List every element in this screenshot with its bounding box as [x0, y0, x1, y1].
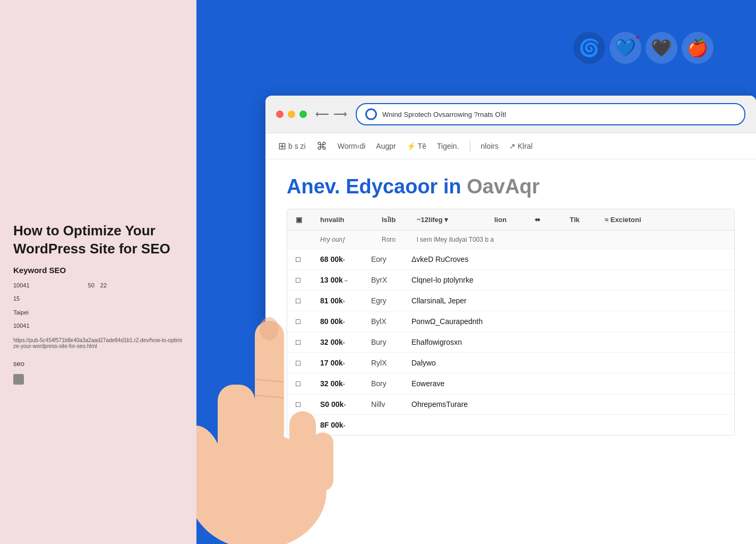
th-exc[interactable]: ≈ Excietoni	[605, 216, 726, 224]
toolbar-item-1[interactable]: ⊞ b s zi	[278, 140, 306, 152]
divider	[470, 141, 470, 151]
checkbox-icon: ▣	[296, 216, 302, 224]
toolbar-item-nloirs[interactable]: nloirs	[481, 142, 499, 150]
browser-chrome: ⟵ ⟶ Wnind Sprotech Ovsarrowing ?rnats Oǐ…	[265, 96, 756, 133]
subrow-col1: Hry ounǀ	[320, 236, 373, 243]
address-text: Wnind Sprotech Ovsarrowing ?rnats Oǐtl	[382, 110, 736, 118]
row-name-6: Dalywo	[411, 359, 726, 367]
table-subrow: Hry ounǀ Roro l sem lMey iludyai T003 b …	[287, 231, 734, 249]
row-check: □	[296, 296, 312, 305]
table-row: □ 81 00k• Egry CllarsinalL Jeper	[287, 291, 734, 311]
toolbar-label-worn: Worm‹di	[338, 142, 366, 150]
toolbar-item-2[interactable]: ⌘	[316, 140, 327, 152]
nav-forward-icon[interactable]: ⟶	[333, 108, 347, 120]
row-type-3: Egry	[371, 296, 403, 305]
row-check: □	[296, 379, 312, 388]
row-check: □	[296, 421, 312, 429]
th-score[interactable]: ~12lifeg ▾	[417, 216, 486, 224]
toolbar-item-te[interactable]: ⚡ Tē	[407, 142, 426, 150]
toolbar-label-1: b s zi	[288, 142, 306, 150]
seo-tag: seo	[13, 360, 183, 368]
minimize-button[interactable]	[288, 110, 295, 118]
toolbar-label-augpr: Augpr	[376, 142, 396, 150]
row-check: □	[296, 255, 312, 264]
row-num-9: 8F 00k•	[320, 421, 363, 429]
icon-circle-4: 🍎	[682, 32, 714, 64]
meta-line1: 10041 50 22	[13, 281, 183, 291]
th-lstb[interactable]: lsǐlb	[382, 216, 408, 224]
toolbar-label-nloirs: nloirs	[481, 142, 499, 150]
subrow-col3: l sem lMey iludyai T003 b a	[417, 236, 726, 243]
row-type-1: Eory	[371, 255, 403, 264]
table-row: □ 80 00k• BylX PonwΩ_Caurapednth	[287, 311, 734, 332]
row-name-1: ΔvkeD RuCroves	[411, 255, 726, 264]
table-header-row: ▣ hnvalih lsǐlb ~12lifeg ▾ lion ⬌ Tlk ≈ …	[287, 209, 734, 231]
nav-back-icon[interactable]: ⟵	[315, 108, 329, 120]
arrow-icon: ↗	[509, 142, 516, 150]
browser-content: Anev. Edycaoor in OavAqr ▣ hnvalih lsǐlb…	[265, 159, 756, 436]
close-button[interactable]	[276, 110, 284, 118]
meta-city: Taipei	[13, 308, 183, 318]
toolbar-item-tiger[interactable]: Tigein.	[437, 142, 459, 150]
meta-zip: 10041	[13, 321, 183, 331]
row-num-5: 32 00k•	[320, 338, 363, 346]
th-hnvalih[interactable]: hnvalih	[320, 216, 373, 224]
row-name-2: ClqneI-lo ptolynrke	[411, 276, 726, 284]
row-name-7: Eowerave	[411, 379, 726, 388]
row-type-4: BylX	[371, 317, 403, 326]
meta-line2: 15	[13, 294, 183, 304]
row-type-6: RylX	[371, 359, 403, 367]
address-bar[interactable]: Wnind Sprotech Ovsarrowing ?rnats Oǐtl	[356, 103, 745, 125]
th-arrows[interactable]: ⬌	[535, 216, 561, 224]
svg-point-1	[196, 420, 229, 487]
page-url: https://pub-5c454f571b8e40a3a2aad27ade84…	[13, 337, 183, 349]
toolbar-label-klral: Klral	[518, 142, 532, 150]
row-check: □	[296, 359, 312, 367]
th-tk[interactable]: Tlk	[570, 216, 596, 224]
table-row: □ 68 00k• Eory ΔvkeD RuCroves	[287, 249, 734, 270]
row-check: □	[296, 276, 312, 284]
sidebar: How to Optimize Your WordPress Site for …	[0, 0, 196, 544]
row-check: □	[296, 338, 312, 346]
toolbar-label-tiger: Tigein.	[437, 142, 459, 150]
page-title: How to Optimize Your WordPress Site for …	[13, 222, 183, 258]
title-part4: OavAqr	[467, 175, 539, 198]
lightning-icon: ⚡	[407, 142, 416, 150]
table-row: □ 8F 00k•	[287, 415, 734, 435]
main-area: 🌀 ●💙 🖤 🍎 ⟵ ⟶ Wnind Sprotech Ovsarrowing …	[196, 0, 756, 544]
maximize-button[interactable]	[299, 110, 307, 118]
row-num-4: 80 00k•	[320, 317, 363, 326]
svg-rect-2	[218, 385, 255, 480]
browser-window: ⟵ ⟶ Wnind Sprotech Ovsarrowing ?rnats Oǐ…	[265, 96, 756, 544]
row-num-2: 13 00k→	[320, 276, 363, 284]
th-lion[interactable]: lion	[494, 216, 526, 224]
title-part3: in	[443, 175, 461, 198]
row-num-7: 32 00k•	[320, 379, 363, 388]
icon-circle-2: ●💙	[609, 32, 641, 64]
table-row: □ S0 00k• Nillv OhrepemsTurare	[287, 394, 734, 415]
table-row: □ 13 00k→ ByrX ClqneI-lo ptolynrke	[287, 270, 734, 291]
keyword-label: Keyword SEO	[13, 266, 183, 275]
icon-circle-1: 🌀	[573, 32, 605, 64]
row-check: □	[296, 317, 312, 326]
toolbar-item-worn[interactable]: Worm‹di	[338, 142, 366, 150]
subrow-col2: Roro	[382, 236, 408, 243]
row-num-1: 68 00k•	[320, 255, 363, 264]
icon-circle-3: 🖤	[646, 32, 677, 64]
row-type-2: ByrX	[371, 276, 403, 284]
row-num-8: S0 00k•	[320, 400, 363, 409]
table-row: □ 32 00k• Bory Eowerave	[287, 373, 734, 394]
row-type-5: Bury	[371, 338, 403, 346]
window-controls	[276, 110, 307, 118]
title-part2: Edycaoor	[346, 175, 437, 198]
toolbar-item-klral[interactable]: ↗ Klral	[509, 142, 532, 150]
row-check: □	[296, 400, 312, 409]
grid-icon: ⊞	[278, 140, 286, 152]
row-name-5: Ehalfowigrosxn	[411, 338, 726, 346]
top-icons-bar: 🌀 ●💙 🖤 🍎	[573, 32, 714, 64]
toolbar-item-augpr[interactable]: Augpr	[376, 142, 396, 150]
row-type-8: Nillv	[371, 400, 403, 409]
seo-icon	[13, 374, 24, 385]
row-name-8: OhrepemsTurare	[411, 400, 726, 409]
title-part1: Anev.	[287, 175, 340, 198]
